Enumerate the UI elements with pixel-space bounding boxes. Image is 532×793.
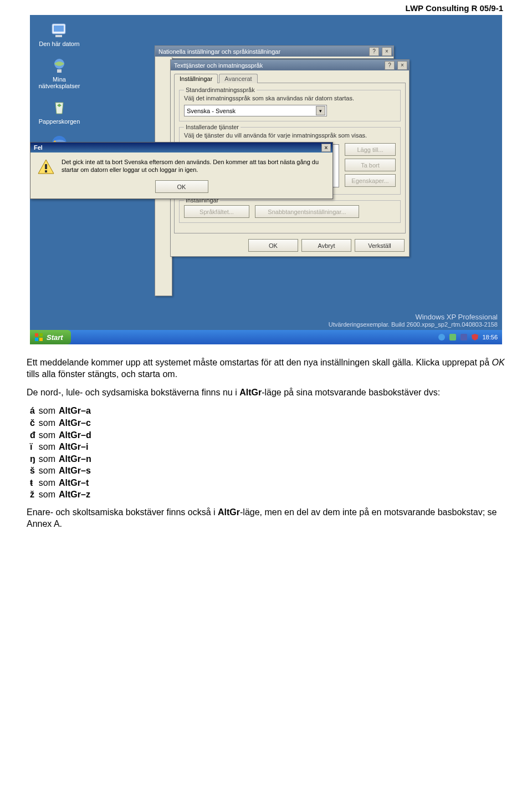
desktop-icon-network[interactable]: Mina nätverksplatser bbox=[34, 56, 84, 89]
tab-settings[interactable]: Inställningar bbox=[174, 74, 218, 83]
group-title: Standardinmatningsspråk bbox=[184, 87, 257, 93]
taskbar: Start 18:56 bbox=[30, 330, 502, 344]
langbar-button[interactable]: Språkfältet... bbox=[184, 205, 249, 218]
watermark-line1: Windows XP Professional bbox=[329, 313, 498, 321]
keymap-row: šsomAltGr–s bbox=[30, 465, 95, 477]
keymap-row: čsomAltGr–c bbox=[30, 417, 95, 429]
keymap-word: som bbox=[39, 453, 59, 465]
svg-point-12 bbox=[438, 334, 445, 340]
hotkeys-button[interactable]: Snabbtangentsinställningar... bbox=[255, 205, 359, 218]
desktop-icon-recycle[interactable]: Papperskorgen bbox=[34, 98, 84, 125]
keymap-row: žsomAltGr–z bbox=[30, 489, 95, 501]
error-dialog: Fel × Det gick inte att ta bort Svenska … bbox=[30, 142, 333, 199]
recycle-bin-icon bbox=[50, 98, 69, 117]
tab-advanced[interactable]: Avancerat bbox=[219, 74, 257, 83]
tabs: Inställningar Avancerat bbox=[171, 70, 409, 83]
watermark-line2: Utvärderingsexemplar. Build 2600.xpsp_sp… bbox=[329, 321, 498, 328]
dialog-title: Texttjänster och inmatningsspråk bbox=[174, 62, 263, 69]
text: tills alla fönster stängts, och starta o… bbox=[27, 369, 177, 379]
error-titlebar[interactable]: Fel × bbox=[30, 143, 332, 152]
default-lang-select[interactable]: Svenska - Svensk ▾ bbox=[184, 105, 327, 116]
keymap-combo: AltGr–n bbox=[59, 453, 95, 465]
windows-logo-icon bbox=[34, 333, 43, 342]
back-dialog-titlebar: Nationella inställningar och språkinstäl… bbox=[155, 46, 393, 57]
tray-icon[interactable] bbox=[460, 333, 468, 341]
paragraph: De nord-, lule- och sydsamiska bokstäver… bbox=[27, 387, 505, 398]
select-value: Svenska - Svensk bbox=[187, 108, 236, 114]
keymap-combo: AltGr–i bbox=[59, 441, 95, 453]
keymap-table: ásomAltGr–ačsomAltGr–cđsomAltGr–dïsomAlt… bbox=[30, 405, 95, 501]
error-message: Det gick inte att ta bort Svenska efters… bbox=[62, 158, 326, 174]
keymap-char: ŧ bbox=[30, 477, 39, 489]
keymap-word: som bbox=[39, 489, 59, 501]
watermark: Windows XP Professional Utvärderingsexem… bbox=[329, 313, 498, 328]
text: Enare- och skoltsamiska bokstäver finns … bbox=[27, 507, 218, 517]
desktop-label: Mina nätverksplatser bbox=[34, 76, 84, 89]
default-lang-group: Standardinmatningsspråk Välj det inmatni… bbox=[179, 90, 401, 121]
keymap-row: ïsomAltGr–i bbox=[30, 441, 95, 453]
doc-id: LWP Consulting R 05/9-1 bbox=[27, 0, 505, 15]
group-hint: Välj det inmatningsspråk som ska använda… bbox=[184, 95, 396, 101]
keymap-combo: AltGr–t bbox=[59, 477, 95, 489]
keymap-char: ŋ bbox=[30, 453, 39, 465]
keymap-row: ásomAltGr–a bbox=[30, 405, 95, 417]
close-icon[interactable]: × bbox=[397, 61, 407, 70]
svg-rect-2 bbox=[55, 35, 62, 37]
keymap-row: ŧsomAltGr–t bbox=[30, 477, 95, 489]
close-icon[interactable]: × bbox=[382, 47, 392, 56]
tray-icon[interactable] bbox=[449, 333, 457, 341]
keymap-combo: AltGr–a bbox=[59, 405, 95, 417]
keymap-char: ž bbox=[30, 489, 39, 501]
svg-rect-4 bbox=[57, 69, 62, 73]
desktop-icon-computer[interactable]: Den här datorn bbox=[34, 21, 84, 47]
keymap-row: đsomAltGr–d bbox=[30, 429, 95, 441]
group-title: Installerade tjänster bbox=[184, 124, 241, 130]
text: -läge på sina motsvarande basbokstäver d… bbox=[262, 388, 440, 397]
keymap-word: som bbox=[39, 441, 59, 453]
paragraph: Ett meddelande kommer upp att systemet m… bbox=[27, 357, 505, 380]
apply-button[interactable]: Verkställ bbox=[355, 239, 405, 252]
start-button[interactable]: Start bbox=[30, 330, 71, 344]
svg-rect-7 bbox=[45, 170, 47, 172]
add-button[interactable]: Lägg till... bbox=[345, 143, 396, 156]
text: Ett meddelande kommer upp att systemet m… bbox=[27, 358, 492, 367]
chevron-down-icon: ▾ bbox=[316, 106, 325, 115]
paragraph: Enare- och skoltsamiska bokstäver finns … bbox=[27, 506, 505, 530]
cancel-button[interactable]: Avbryt bbox=[301, 239, 351, 252]
tray-icon[interactable] bbox=[438, 333, 446, 341]
system-tray: 18:56 bbox=[438, 333, 502, 341]
dialog-titlebar[interactable]: Texttjänster och inmatningsspråk ? × bbox=[171, 60, 409, 70]
keymap-char: č bbox=[30, 417, 39, 429]
shield-icon[interactable] bbox=[471, 333, 479, 341]
properties-button[interactable]: Egenskaper... bbox=[345, 174, 396, 187]
computer-icon bbox=[50, 21, 69, 39]
text: De nord-, lule- och sydsamiska bokstäver… bbox=[27, 388, 239, 397]
help-icon[interactable]: ? bbox=[369, 47, 379, 56]
clock: 18:56 bbox=[482, 334, 498, 340]
desktop-label: Den här datorn bbox=[34, 40, 84, 47]
svg-rect-1 bbox=[54, 26, 64, 32]
error-ok-button[interactable]: OK bbox=[155, 180, 208, 193]
help-icon[interactable]: ? bbox=[385, 61, 395, 70]
remove-button[interactable]: Ta bort bbox=[345, 159, 396, 171]
warning-icon bbox=[37, 158, 55, 176]
settings-group: Inställningar Språkfältet... Snabbtangen… bbox=[179, 200, 401, 223]
keymap-word: som bbox=[39, 429, 59, 441]
screenshot: Den här datorn Mina nätverksplatser Papp… bbox=[30, 15, 502, 344]
svg-rect-11 bbox=[39, 338, 43, 341]
keymap-char: đ bbox=[30, 429, 39, 441]
keymap-char: ï bbox=[30, 441, 39, 453]
bold-altgr: AltGr bbox=[218, 507, 240, 517]
keymap-word: som bbox=[39, 417, 59, 429]
svg-rect-9 bbox=[39, 333, 43, 337]
keymap-combo: AltGr–z bbox=[59, 489, 95, 501]
close-icon[interactable]: × bbox=[321, 144, 331, 152]
keymap-row: ŋsomAltGr–n bbox=[30, 453, 95, 465]
svg-rect-6 bbox=[45, 164, 47, 169]
back-dialog: Nationella inställningar och språkinstäl… bbox=[155, 45, 394, 59]
keymap-combo: AltGr–c bbox=[59, 417, 95, 429]
error-title: Fel bbox=[34, 144, 43, 151]
keymap-char: á bbox=[30, 405, 39, 417]
ok-button[interactable]: OK bbox=[248, 239, 298, 252]
keymap-word: som bbox=[39, 465, 59, 477]
